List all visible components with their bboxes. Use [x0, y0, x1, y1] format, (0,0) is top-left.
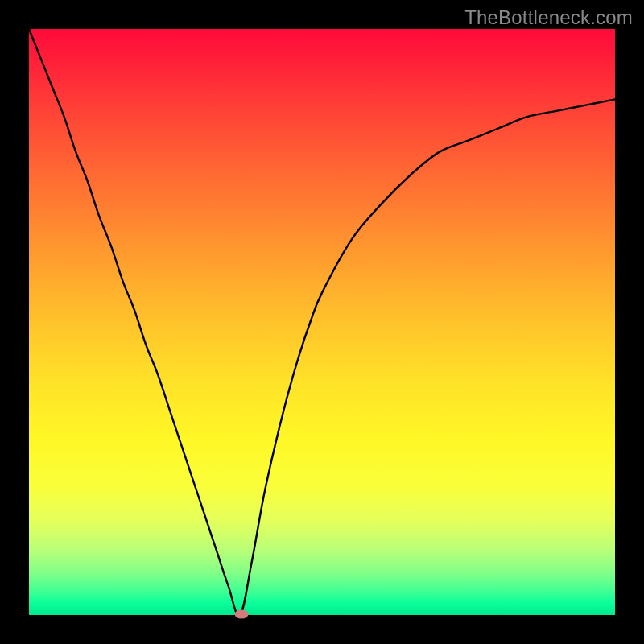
plot-area — [29, 29, 615, 615]
watermark-text: TheBottleneck.com — [464, 6, 633, 29]
optimal-point-marker — [235, 609, 249, 618]
chart-frame: TheBottleneck.com — [0, 0, 644, 644]
bottleneck-curve — [29, 29, 615, 615]
